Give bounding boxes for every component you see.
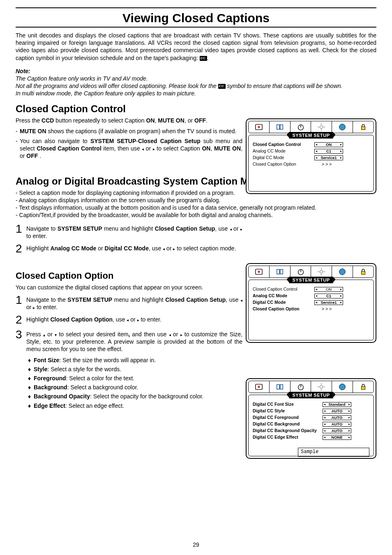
t: Highlight — [26, 245, 50, 252]
t: MUTE ON — [158, 117, 184, 124]
osd-body: SYSTEM SETUP Closed Caption Control◂ON▸ … — [248, 135, 374, 192]
t: Digital CC Style — [253, 408, 323, 414]
t: SYSTEM SETUP — [58, 225, 102, 232]
t: Digital CC Background — [253, 421, 323, 427]
osd3-row-3: Digital CC Foreground◂AUTO▸ — [253, 415, 369, 421]
tab-lock-icon — [353, 266, 374, 278]
sec2-line2: - Analog caption displays information on… — [16, 197, 376, 204]
section-closed-caption-option: Closed Caption Option — [16, 270, 242, 282]
tab-timer-icon — [291, 381, 311, 393]
t: button repeatedly to select Caption — [54, 117, 146, 124]
t: or — [165, 245, 173, 252]
svg-rect-3 — [280, 125, 283, 130]
t: Closed Caption Control — [37, 145, 101, 152]
t: Press — [26, 331, 43, 338]
bullet-foreground: ♦Foreground: Select a color for the text… — [28, 375, 242, 382]
t: or — [144, 145, 153, 152]
t: Style — [34, 366, 47, 372]
svg-rect-16 — [280, 270, 283, 274]
t: shows the captions (if available on prog… — [46, 128, 237, 134]
t: Closed Caption Setup — [155, 225, 215, 232]
t: Closed Caption Option — [253, 162, 314, 167]
svg-point-27 — [258, 386, 260, 388]
page-number: 29 — [0, 541, 392, 548]
osd-body: SYSTEM SETUP Digital CC Font Size◂Standa… — [248, 395, 374, 456]
t: : Set the size the words will appear in. — [59, 357, 156, 363]
t: ON — [146, 117, 155, 124]
sec3-step-3: 3 Press ▴ or ▾ to select your desired it… — [16, 329, 242, 353]
sec3-step-1: 1 Navigate to the SYSTEM SETUP menu and … — [16, 294, 242, 311]
svg-point-6 — [320, 125, 323, 128]
t: to enter. — [35, 304, 57, 310]
t: : Select a color for the text. — [66, 375, 135, 382]
t: menu and highlight — [102, 225, 155, 232]
t: Digital CC Foreground — [253, 415, 323, 421]
tab-setup-icon — [311, 381, 332, 393]
t: and then use — [130, 331, 168, 338]
osd3-row-4: Digital CC Background◂AUTO▸ — [253, 421, 369, 427]
t: Navigate to — [26, 225, 58, 232]
sec2-line3: - Text displays information, usually at … — [16, 204, 376, 211]
t: OFF — [26, 153, 38, 159]
t: Closed Caption Control — [253, 287, 314, 292]
osd3-row-5: Digital CC Background Opacity◂AUTO▸ — [253, 428, 369, 434]
svg-point-14 — [258, 271, 260, 273]
section-closed-caption-control: Closed Caption Control — [16, 102, 242, 115]
tab-channel-icon — [332, 266, 353, 278]
svg-point-32 — [320, 385, 323, 388]
rule-top — [16, 7, 376, 8]
t: Digital CC Mode — [253, 300, 314, 305]
t: Closed Caption Setup — [138, 138, 201, 144]
t: Digital CC Mode — [253, 155, 314, 161]
tab-audio-icon — [270, 121, 291, 133]
osd3-row-1: Digital CC Font Size◂Standard▸ — [253, 402, 369, 407]
osd1-row-1: Closed Caption Control◂ON▸ — [253, 142, 369, 148]
t: . — [206, 117, 208, 124]
t: or — [26, 304, 33, 310]
t: Analog CC Mode — [50, 245, 96, 252]
osd2-row-2: Analog CC Mode◂C1▸ — [253, 293, 369, 299]
t: Digital CC Background Opacity — [253, 428, 323, 434]
osd-tabs — [248, 381, 374, 393]
bullet-background: ♦Background: Select a background color. — [28, 384, 242, 391]
t: item, then use — [101, 145, 142, 152]
osd1-row-3: Digital CC Mode◂Service1▸ — [253, 155, 369, 161]
t: . — [38, 153, 41, 159]
tab-picture-icon — [249, 121, 270, 133]
svg-point-1 — [258, 126, 260, 128]
t: CCD — [42, 117, 54, 124]
left-arrow-icon: ◂ — [240, 298, 242, 303]
osd2-row-3: Digital CC Mode◂Service1▸ — [253, 300, 369, 305]
t: Background — [34, 384, 67, 391]
osd1-row-4: Closed Caption Option> > > — [253, 162, 369, 167]
t: ON — [326, 287, 332, 291]
osd-tabs — [248, 266, 374, 278]
t: Closed Caption Control — [253, 142, 314, 148]
osd-tabs — [248, 121, 374, 133]
t: ON — [326, 143, 332, 147]
t: to enter. — [26, 233, 47, 239]
cc-icon — [218, 84, 226, 89]
tab-picture-icon — [249, 266, 270, 278]
t: Standard — [328, 402, 345, 407]
note-line-2: Not all the programs and videos will off… — [16, 82, 376, 90]
bullet-font-size: ♦Font Size: Set the size the words will … — [28, 356, 242, 364]
t: Digital CC Mode — [105, 245, 149, 252]
svg-rect-2 — [277, 125, 279, 130]
sec1-paragraph: Press the CCD button repeatedly to selec… — [16, 117, 242, 124]
note-line-1: The Caption feature only works in TV and… — [16, 75, 376, 82]
note-body: The Caption feature only works in TV and… — [16, 75, 376, 97]
note-label: Note: — [16, 67, 376, 75]
svg-rect-15 — [277, 270, 279, 274]
sec1-dash-2: - You can also navigate to SYSTEM SETUP-… — [16, 137, 242, 160]
t: Closed Caption Setup — [165, 296, 226, 303]
t: AUTO — [332, 422, 343, 426]
t: : Select the opacity for the background … — [90, 393, 203, 400]
note-line-3: In multi window mode, the Caption featur… — [16, 90, 376, 97]
svg-rect-12 — [361, 127, 365, 130]
t: Digital CC Edge Effect — [253, 435, 323, 440]
t: AUTO — [332, 429, 343, 433]
t: Highlight — [26, 316, 50, 323]
osd2-row-1: Closed Caption Control◂ON▸ — [253, 287, 369, 292]
t: or — [171, 331, 180, 338]
